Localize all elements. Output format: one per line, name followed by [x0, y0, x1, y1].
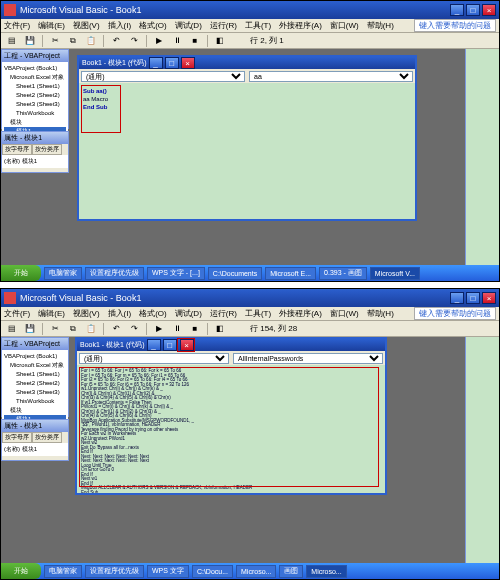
props-tab-category[interactable]: 按分类序: [32, 144, 62, 155]
toolbar-undo-icon[interactable]: ↶: [108, 34, 124, 48]
codewin-minimize-button[interactable]: _: [147, 339, 161, 351]
codewin-close-button[interactable]: ×: [180, 339, 194, 351]
taskbar-item[interactable]: 电脑管家: [44, 267, 82, 280]
menu-edit[interactable]: 编辑(E): [38, 308, 65, 319]
toolbar-save-icon[interactable]: 💾: [22, 34, 38, 48]
menu-format[interactable]: 格式(O): [139, 20, 167, 31]
menu-help[interactable]: 帮助(H): [367, 308, 394, 319]
codewin-maximize-button[interactable]: □: [163, 339, 177, 351]
menu-addins[interactable]: 外接程序(A): [279, 308, 322, 319]
menu-edit[interactable]: 编辑(E): [38, 20, 65, 31]
maximize-button[interactable]: □: [466, 292, 480, 304]
taskbar-item[interactable]: Microso...: [236, 565, 276, 578]
prop-name[interactable]: (名称) 模块1: [4, 445, 66, 454]
tree-sheet3[interactable]: Sheet3 (Sheet3): [4, 388, 66, 397]
tree-modules[interactable]: 模块: [4, 406, 66, 415]
taskbar-item[interactable]: WPS 文字 - [...]: [147, 267, 205, 280]
close-button[interactable]: ×: [482, 292, 496, 304]
menu-window[interactable]: 窗口(W): [330, 308, 359, 319]
menu-file[interactable]: 文件(F): [4, 308, 30, 319]
toolbar-paste-icon[interactable]: 📋: [83, 34, 99, 48]
codewin-minimize-button[interactable]: _: [149, 57, 163, 69]
toolbar-redo-icon[interactable]: ↷: [126, 34, 142, 48]
object-dropdown[interactable]: (通用): [81, 71, 245, 82]
taskbar-item[interactable]: Microsoft E...: [265, 267, 316, 280]
project-tree[interactable]: VBAProject (Book1) Microsoft Excel 对象 Sh…: [2, 350, 68, 426]
start-button[interactable]: 开始: [1, 563, 41, 579]
menu-tools[interactable]: 工具(T): [245, 20, 271, 31]
toolbar-view-icon[interactable]: ▤: [4, 34, 20, 48]
toolbar-reset-icon[interactable]: ■: [187, 322, 203, 336]
taskbar-item-active[interactable]: Microso...: [306, 565, 346, 578]
menu-view[interactable]: 视图(V): [73, 308, 100, 319]
toolbar-run-icon[interactable]: ▶: [151, 322, 167, 336]
maximize-button[interactable]: □: [466, 4, 480, 16]
toolbar-design-icon[interactable]: ◧: [212, 322, 228, 336]
props-tab-alpha[interactable]: 按字母序: [2, 432, 32, 443]
taskbar-item[interactable]: 设置程序优先级: [85, 267, 144, 280]
object-dropdown[interactable]: (通用): [79, 353, 229, 364]
toolbar-save-icon[interactable]: 💾: [22, 322, 38, 336]
toolbar-copy-icon[interactable]: ⧉: [65, 34, 81, 48]
menu-debug[interactable]: 调试(D): [175, 20, 202, 31]
minimize-button[interactable]: _: [450, 4, 464, 16]
tree-sheet2[interactable]: Sheet2 (Sheet2): [4, 91, 66, 100]
menu-run[interactable]: 运行(R): [210, 20, 237, 31]
codewin-maximize-button[interactable]: □: [165, 57, 179, 69]
props-grid[interactable]: (名称) 模块1: [2, 443, 68, 456]
taskbar-item[interactable]: 0.393 - 画图: [319, 267, 367, 280]
tree-sheet1[interactable]: Sheet1 (Sheet1): [4, 370, 66, 379]
menu-file[interactable]: 文件(F): [4, 20, 30, 31]
tree-vbaproject[interactable]: VBAProject (Book1): [4, 352, 66, 361]
toolbar-redo-icon[interactable]: ↷: [126, 322, 142, 336]
tree-excel-objects[interactable]: Microsoft Excel 对象: [4, 73, 66, 82]
toolbar-cut-icon[interactable]: ✂: [47, 322, 63, 336]
procedure-dropdown[interactable]: aa: [249, 71, 413, 82]
props-tab-alpha[interactable]: 按字母序: [2, 144, 32, 155]
tree-excel-objects[interactable]: Microsoft Excel 对象: [4, 361, 66, 370]
menu-format[interactable]: 格式(O): [139, 308, 167, 319]
taskbar-item[interactable]: WPS 文字: [147, 565, 189, 578]
toolbar-reset-icon[interactable]: ■: [187, 34, 203, 48]
procedure-dropdown[interactable]: AllInternalPasswords: [233, 353, 383, 364]
props-grid[interactable]: (名称) 模块1: [2, 155, 68, 168]
tree-thisworkbook[interactable]: ThisWorkbook: [4, 397, 66, 406]
toolbar-cut-icon[interactable]: ✂: [47, 34, 63, 48]
tree-modules[interactable]: 模块: [4, 118, 66, 127]
menu-addins[interactable]: 外接程序(A): [279, 20, 322, 31]
minimize-button[interactable]: _: [450, 292, 464, 304]
code-editor[interactable]: For i = 65 To 66: For j = 65 To 66: For …: [77, 365, 385, 493]
tree-thisworkbook[interactable]: ThisWorkbook: [4, 109, 66, 118]
menu-insert[interactable]: 插入(I): [108, 308, 132, 319]
code-editor[interactable]: Sub aa() aa Macro End Sub: [79, 83, 415, 219]
help-search-box[interactable]: 键入需要帮助的问题: [414, 19, 496, 32]
menu-help[interactable]: 帮助(H): [367, 20, 394, 31]
taskbar-item[interactable]: 画图: [279, 565, 303, 578]
tree-sheet1[interactable]: Sheet1 (Sheet1): [4, 82, 66, 91]
close-button[interactable]: ×: [482, 4, 496, 16]
toolbar-run-icon[interactable]: ▶: [151, 34, 167, 48]
tree-sheet3[interactable]: Sheet3 (Sheet3): [4, 100, 66, 109]
toolbar-undo-icon[interactable]: ↶: [108, 322, 124, 336]
taskbar-item[interactable]: 电脑管家: [44, 565, 82, 578]
toolbar-copy-icon[interactable]: ⧉: [65, 322, 81, 336]
menu-tools[interactable]: 工具(T): [245, 308, 271, 319]
prop-name[interactable]: (名称) 模块1: [4, 157, 66, 166]
project-tree[interactable]: VBAProject (Book1) Microsoft Excel 对象 Sh…: [2, 62, 68, 138]
tree-vbaproject[interactable]: VBAProject (Book1): [4, 64, 66, 73]
menu-window[interactable]: 窗口(W): [330, 20, 359, 31]
taskbar-item[interactable]: 设置程序优先级: [85, 565, 144, 578]
taskbar-item-active[interactable]: Microsoft V...: [370, 267, 420, 280]
toolbar-break-icon[interactable]: ⏸: [169, 34, 185, 48]
toolbar-break-icon[interactable]: ⏸: [169, 322, 185, 336]
props-tab-category[interactable]: 按分类序: [32, 432, 62, 443]
toolbar-paste-icon[interactable]: 📋: [83, 322, 99, 336]
taskbar-item[interactable]: C:\Documents: [208, 267, 262, 280]
menu-insert[interactable]: 插入(I): [108, 20, 132, 31]
start-button[interactable]: 开始: [1, 265, 41, 281]
taskbar-item[interactable]: C:\Docu...: [192, 565, 233, 578]
help-search-box[interactable]: 键入需要帮助的问题: [414, 307, 496, 320]
tree-sheet2[interactable]: Sheet2 (Sheet2): [4, 379, 66, 388]
codewin-close-button[interactable]: ×: [181, 57, 195, 69]
menu-view[interactable]: 视图(V): [73, 20, 100, 31]
